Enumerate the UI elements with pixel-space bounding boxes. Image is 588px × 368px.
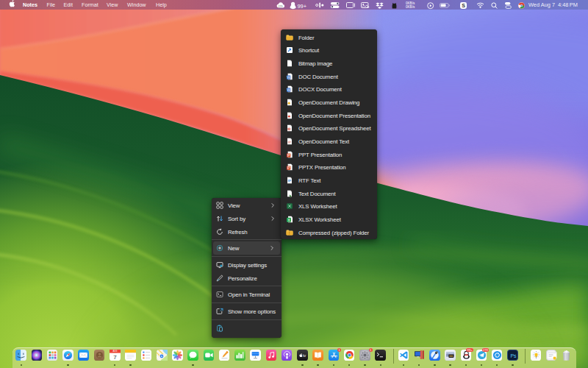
svg-text:279: 279 bbox=[278, 4, 282, 7]
svg-text:S: S bbox=[462, 3, 465, 8]
svg-text:7: 7 bbox=[113, 354, 117, 361]
svg-text:99+: 99+ bbox=[298, 2, 307, 9]
svg-text:Ps: Ps bbox=[511, 353, 517, 358]
svg-text:X: X bbox=[288, 218, 291, 222]
svg-text:P: P bbox=[287, 152, 290, 157]
svg-text:P: P bbox=[287, 166, 290, 170]
svg-text:AUG: AUG bbox=[112, 350, 117, 353]
svg-text:tv: tv bbox=[303, 353, 306, 358]
